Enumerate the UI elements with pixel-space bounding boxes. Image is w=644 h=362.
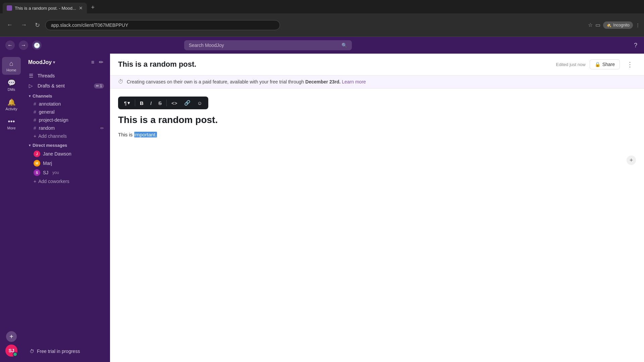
workspace-name[interactable]: MoodJoy ▾ xyxy=(28,59,55,65)
channel-edit-icon[interactable]: ✏ xyxy=(100,126,104,131)
notice-text: Creating canvases on their own is a paid… xyxy=(127,79,366,84)
bookmark-icon[interactable]: ☆ xyxy=(588,22,593,28)
channel-hash-icon: # xyxy=(34,125,36,131)
workspace-name-text: MoodJoy xyxy=(28,59,52,65)
threads-icon: ☰ xyxy=(29,73,35,79)
channel-random[interactable]: # random ✏ xyxy=(25,124,107,132)
dm-marj[interactable]: M Marj xyxy=(25,159,107,168)
channels-section-label: Channels xyxy=(33,94,52,99)
post-title: This is a random post. xyxy=(118,60,196,69)
channel-hash-icon: # xyxy=(34,117,36,123)
browser-chrome: This is a random post. - Mood... ✕ + ← →… xyxy=(0,0,644,37)
channel-name: annotation xyxy=(39,101,61,107)
bold-btn[interactable]: B xyxy=(137,99,146,107)
nav-right: ☆ ▭ 🕵 Incognito ⋮ xyxy=(588,21,640,29)
paragraph-format-btn[interactable]: ¶ ▾ xyxy=(121,99,133,107)
trial-icon: ⏱ xyxy=(30,349,34,354)
sidebar-item-threads[interactable]: ☰ Threads xyxy=(25,71,107,81)
add-channels-label: Add channels xyxy=(38,133,67,139)
channels-toggle-icon: ▾ xyxy=(29,94,31,98)
sidebar-actions: ≡ ✏ xyxy=(90,58,105,67)
address-text: app.slack.com/client/T067MEBPPUY xyxy=(51,22,128,28)
strikethrough-btn[interactable]: S xyxy=(156,99,164,107)
dms-label: DMs xyxy=(8,87,15,92)
sidebar-footer: ⏱ Free trial in progress xyxy=(23,341,110,362)
browser-nav: ← → ↻ app.slack.com/client/T067MEBPPUY ☆… xyxy=(0,13,644,37)
channels-section-header[interactable]: ▾ Channels xyxy=(25,91,107,100)
dm-section-header[interactable]: ▾ Direct messages xyxy=(25,140,107,149)
share-label: Share xyxy=(602,62,615,67)
italic-btn[interactable]: I xyxy=(148,99,154,107)
dm-you-label: you xyxy=(52,170,59,175)
learn-more-link[interactable]: Learn more xyxy=(342,79,366,84)
header-history-btn[interactable]: 🕐 xyxy=(32,41,42,50)
address-bar[interactable]: app.slack.com/client/T067MEBPPUY xyxy=(45,20,280,30)
sidebar-item-home[interactable]: ⌂ Home xyxy=(2,57,21,75)
code-btn[interactable]: <> xyxy=(169,99,180,107)
drafts-badge-count: 1 xyxy=(100,84,102,88)
dm-avatar-sj: S xyxy=(34,169,40,176)
notice-text-prefix: Creating canvases on their own is a paid… xyxy=(127,79,304,84)
trial-item[interactable]: ⏱ Free trial in progress xyxy=(26,346,107,357)
add-workspace-btn[interactable]: + xyxy=(6,331,17,342)
link-btn[interactable]: 🔗 xyxy=(181,99,193,107)
channel-name: general xyxy=(39,109,55,115)
more-label: More xyxy=(7,126,15,130)
extensions-icon[interactable]: ⋮ xyxy=(636,22,640,27)
channel-general[interactable]: # general xyxy=(25,108,107,116)
add-channels-item[interactable]: + Add channels xyxy=(25,132,107,140)
forward-btn[interactable]: → xyxy=(18,19,30,31)
sidebar: MoodJoy ▾ ≡ ✏ ☰ Threads ▷ Drafts & sent … xyxy=(23,54,110,362)
sidebar-item-drafts[interactable]: ▷ Drafts & sent ✏ 1 xyxy=(25,81,107,91)
drafts-icon: ▷ xyxy=(29,83,35,89)
browser-tabs: This is a random post. - Mood... ✕ + xyxy=(0,0,644,13)
header-right: ? xyxy=(633,41,639,50)
refresh-btn[interactable]: ↻ xyxy=(32,19,43,31)
back-btn[interactable]: ← xyxy=(4,19,15,31)
tab-favicon xyxy=(7,5,12,11)
tab-close-btn[interactable]: ✕ xyxy=(79,5,83,11)
main-header: This is a random post. Edited just now 🔒… xyxy=(110,54,644,75)
post-content-area: ¶ ▾ B I S <> 🔗 xyxy=(110,88,644,362)
sidebar-item-more[interactable]: ••• More xyxy=(2,115,21,133)
icon-bar: ⌂ Home 💬 DMs 🔔 Activity ••• More + SJ xyxy=(0,54,23,362)
notice-icon: ⏱ xyxy=(118,79,123,85)
incognito-badge: 🕵 Incognito xyxy=(603,21,633,29)
dm-jane-dawson[interactable]: J Jane Dawson xyxy=(25,149,107,159)
sidebar-toggle-icon[interactable]: ▭ xyxy=(595,22,600,28)
search-bar[interactable]: Search MoodJoy 🔍 xyxy=(184,40,352,50)
dm-section-label: Direct messages xyxy=(33,143,67,148)
workspace-chevron-icon: ▾ xyxy=(53,60,55,65)
more-options-btn[interactable]: ⋮ xyxy=(624,59,636,70)
active-tab[interactable]: This is a random post. - Mood... ✕ xyxy=(3,3,87,13)
post-heading: This is a random post. xyxy=(118,115,636,125)
strikethrough-label: S xyxy=(158,100,162,106)
filter-btn[interactable]: ≡ xyxy=(90,58,96,67)
dm-sj[interactable]: S SJ you xyxy=(25,168,107,177)
paragraph-icon: ¶ xyxy=(124,100,127,106)
more-icon: ••• xyxy=(8,118,15,125)
header-forward-btn[interactable]: → xyxy=(19,41,28,50)
sidebar-item-dms[interactable]: 💬 DMs xyxy=(2,76,21,94)
share-btn[interactable]: 🔒 Share xyxy=(590,59,620,69)
sidebar-item-activity[interactable]: 🔔 Activity xyxy=(2,96,21,114)
emoji-btn[interactable]: ☺ xyxy=(195,99,205,107)
user-avatar[interactable]: SJ xyxy=(5,345,17,357)
add-block-btn[interactable]: + xyxy=(627,156,636,165)
trial-label: Free trial in progress xyxy=(37,349,80,354)
compose-btn[interactable]: ✏ xyxy=(98,58,105,67)
channel-name: project-design xyxy=(39,117,68,123)
app-header: ← → 🕐 Search MoodJoy 🔍 ? xyxy=(0,37,644,54)
add-coworkers-item[interactable]: + Add coworkers xyxy=(25,177,107,185)
search-icon: 🔍 xyxy=(341,43,347,48)
header-back-btn[interactable]: ← xyxy=(5,41,15,50)
add-coworkers-label: Add coworkers xyxy=(38,179,69,184)
post-body[interactable]: This is important. xyxy=(118,131,636,139)
channel-project-design[interactable]: # project-design xyxy=(25,116,107,124)
activity-label: Activity xyxy=(6,107,17,111)
italic-label: I xyxy=(150,100,152,106)
sidebar-header: MoodJoy ▾ ≡ ✏ xyxy=(23,54,110,71)
help-btn[interactable]: ? xyxy=(633,41,639,50)
channel-annotation[interactable]: # annotation xyxy=(25,100,107,108)
new-tab-btn[interactable]: + xyxy=(88,3,98,12)
